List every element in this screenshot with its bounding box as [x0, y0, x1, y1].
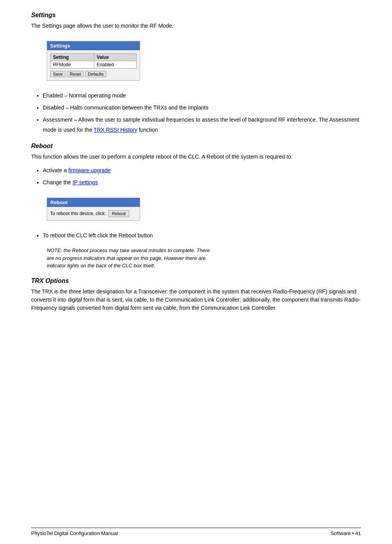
- list-item: Enabled – Normal operating mode: [43, 91, 361, 101]
- ip-settings-link[interactable]: IP settings: [72, 179, 98, 185]
- reboot-heading: Reboot: [31, 143, 361, 150]
- settings-bullet-list: Enabled – Normal operating mode Disabled…: [43, 91, 361, 135]
- settings-intro: The Settings page allows the user to mon…: [31, 22, 361, 30]
- footer-left: PhysioTel Digital Configuration Manual: [31, 530, 118, 536]
- settings-screenshot-content: Setting Value RFMode Enabled Save Reset …: [47, 50, 140, 80]
- note-box: NOTE: the Reboot process may take severa…: [47, 247, 210, 270]
- trx-options-section: TRX Options The TRX is the three letter …: [31, 277, 361, 312]
- list-item: Assessment – Allows the user to sample i…: [43, 115, 361, 134]
- reboot-label: To reboot this device, click:: [50, 211, 106, 216]
- save-button[interactable]: Save: [50, 71, 65, 77]
- reboot-button[interactable]: Reboot: [108, 210, 129, 217]
- note-text: NOTE: the Reboot process may take severa…: [47, 247, 210, 270]
- rfmode-value: Enabled: [94, 61, 137, 69]
- footer-right: Software • 41: [330, 530, 361, 536]
- reboot-final-bullet-list: To reboot the CLC left click the Reboot …: [43, 231, 361, 240]
- reboot-screenshot-titlebar: Reboot: [47, 198, 140, 207]
- list-item: Activate a firmware upgrade: [43, 166, 361, 175]
- list-item: To reboot the CLC left click the Reboot …: [43, 231, 361, 240]
- settings-buttons: Save Reset Defaults: [50, 71, 137, 77]
- rfmode-label: RFMode: [51, 61, 94, 69]
- trx-rssi-history-link[interactable]: TRX RSSI History: [93, 127, 137, 133]
- settings-screenshot: Settings Setting Value RFMode Enabled Sa…: [47, 41, 140, 81]
- settings-table: Setting Value RFMode Enabled: [50, 53, 137, 69]
- footer: PhysioTel Digital Configuration Manual S…: [31, 528, 361, 536]
- settings-col-value: Value: [94, 54, 137, 61]
- reboot-section: Reboot This function allows the user to …: [31, 143, 361, 270]
- reboot-bullet-list: Activate a firmware upgrade Change the I…: [43, 166, 361, 187]
- settings-heading: Settings: [31, 12, 361, 19]
- reboot-screenshot-content: To reboot this device, click: Reboot: [47, 207, 140, 220]
- defaults-button[interactable]: Defaults: [85, 71, 106, 77]
- settings-col-setting: Setting: [51, 54, 94, 61]
- trx-options-heading: TRX Options: [31, 277, 361, 284]
- trx-intro: The TRX is the three letter designation …: [31, 288, 361, 312]
- reboot-intro: This function allows the user to perform…: [31, 153, 361, 161]
- list-item: Change the IP settings: [43, 178, 361, 187]
- table-row: RFMode Enabled: [51, 61, 137, 69]
- reset-button[interactable]: Reset: [67, 71, 84, 77]
- reboot-screenshot: Reboot To reboot this device, click: Reb…: [47, 198, 140, 221]
- firmware-upgrade-link[interactable]: firmware upgrade: [68, 167, 111, 173]
- list-item: Disabled – Halts communication between t…: [43, 103, 361, 113]
- settings-screenshot-titlebar: Settings: [47, 41, 140, 50]
